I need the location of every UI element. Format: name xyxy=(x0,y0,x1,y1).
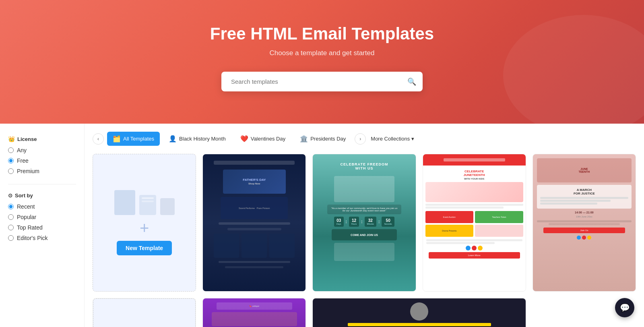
new-template-plus-icon: + xyxy=(140,220,149,236)
collections-next-arrow[interactable]: › xyxy=(355,133,366,145)
template-card-fathers-day[interactable]: FATHER'S DAYShop Now Scent Perfume Pure … xyxy=(202,154,306,292)
templates-grid: + New Template FATHER'S DAYShop Now Scen… xyxy=(93,154,636,327)
new-template-card[interactable]: + New Template xyxy=(93,154,196,292)
sort-top-rated[interactable]: Top Rated xyxy=(8,224,76,231)
license-free-label: Free xyxy=(17,157,29,164)
collection-all-templates[interactable]: 🗂️ All Templates xyxy=(107,132,160,146)
sort-top-rated-label: Top Rated xyxy=(17,224,43,231)
sort-editors-pick[interactable]: Editor's Pick xyxy=(8,235,76,241)
all-templates-label: All Templates xyxy=(123,136,154,142)
hero-subtitle: Choose a template and get started xyxy=(8,49,636,57)
chat-button[interactable]: 💬 xyxy=(615,298,634,317)
search-bar: 🔍 xyxy=(221,72,423,91)
collections-bar: ‹ 🗂️ All Templates 👤 Black History Month… xyxy=(93,132,636,146)
black-history-label: Black History Month xyxy=(179,136,226,142)
sort-icon: ⊙ xyxy=(8,192,12,199)
license-any[interactable]: Any xyxy=(8,147,76,153)
hero-title: Free HTML Email Templates xyxy=(8,24,636,43)
collection-black-history[interactable]: 👤 Black History Month xyxy=(163,132,231,146)
template-preview-march-justice: JUNETEENTH A MARCHFOR JUSTICE 14:00 — 21… xyxy=(533,154,636,291)
template-card-juneteenth-red[interactable]: CELEBRATEJUNETEENTHWITH YOUR KIDS Event … xyxy=(423,154,526,292)
more-collections-button[interactable]: More Collections ▾ xyxy=(371,136,414,142)
license-premium[interactable]: Premium xyxy=(8,168,76,174)
template-preview-fathers-day: FATHER'S DAYShop Now Scent Perfume Pure … xyxy=(203,154,305,291)
sort-section-title: ⊙ Sort by xyxy=(8,192,76,199)
search-input[interactable] xyxy=(228,72,407,91)
license-any-label: Any xyxy=(17,147,27,153)
search-icon[interactable]: 🔍 xyxy=(407,77,416,86)
license-radio-group: Any Free Premium xyxy=(8,147,76,174)
valentines-icon: ❤️ xyxy=(240,135,248,143)
hero-section: Free HTML Email Templates Choose a templ… xyxy=(0,0,644,124)
valentines-label: Valentines Day xyxy=(251,136,285,142)
sort-recent-label: Recent xyxy=(17,203,35,210)
sort-editors-pick-label: Editor's Pick xyxy=(17,235,48,241)
sort-popular[interactable]: Popular xyxy=(8,214,76,220)
new-template-button[interactable]: New Template xyxy=(117,241,172,255)
content-area: ‹ 🗂️ All Templates 👤 Black History Month… xyxy=(85,124,644,327)
sort-radio-group: Recent Popular Top Rated Editor's Pick xyxy=(8,203,76,241)
crown-icon: 👑 xyxy=(8,136,15,142)
sort-recent[interactable]: Recent xyxy=(8,203,76,210)
more-collections-chevron-icon: ▾ xyxy=(411,136,414,142)
more-collections-label: More Collections xyxy=(371,136,410,142)
collection-valentines[interactable]: ❤️ Valentines Day xyxy=(235,132,291,146)
template-card-march-justice[interactable]: JUNETEENTH A MARCHFOR JUSTICE 14:00 — 21… xyxy=(533,154,636,292)
collection-presidents[interactable]: 🏛️ Presidents Day xyxy=(294,132,351,146)
sort-popular-label: Popular xyxy=(17,214,36,220)
template-preview-juneteenth-red: CELEBRATEJUNETEENTHWITH YOUR KIDS Event … xyxy=(423,154,526,291)
template-preview-juneteenth-teal: CELEBRATE FREEDOMWITH US "As a member of… xyxy=(313,154,415,291)
all-templates-icon: 🗂️ xyxy=(113,135,121,143)
black-history-icon: 👤 xyxy=(169,135,177,143)
license-premium-label: Premium xyxy=(17,168,39,174)
template-card-new-second[interactable]: + xyxy=(93,298,196,327)
chat-icon: 💬 xyxy=(620,303,630,313)
template-card-milestone[interactable]: 🔖 unilayer A Milestone WorthCelebrating xyxy=(202,298,306,327)
template-card-michael-johnson[interactable]: Join Now xyxy=(312,298,526,327)
collections-prev-arrow[interactable]: ‹ xyxy=(93,133,104,145)
presidents-label: Presidents Day xyxy=(310,136,346,142)
license-free[interactable]: Free xyxy=(8,157,76,164)
main-layout: 👑 License Any Free Premium ⊙ Sort by xyxy=(0,124,644,327)
license-section-title: 👑 License xyxy=(8,136,76,142)
sidebar-divider xyxy=(8,184,76,184)
template-card-juneteenth-teal[interactable]: CELEBRATE FREEDOMWITH US "As a member of… xyxy=(312,154,416,292)
sidebar: 👑 License Any Free Premium ⊙ Sort by xyxy=(0,124,85,327)
presidents-icon: 🏛️ xyxy=(300,135,308,143)
